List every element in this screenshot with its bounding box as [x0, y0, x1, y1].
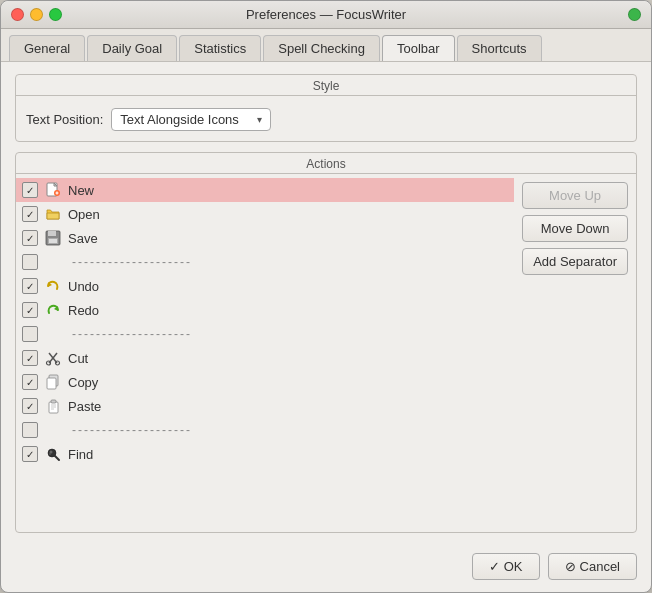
actions-buttons: Move Up Move Down Add Separator	[514, 174, 636, 532]
action-checkbox-copy[interactable]	[22, 374, 38, 390]
ok-icon: ✓	[489, 559, 500, 574]
add-separator-button[interactable]: Add Separator	[522, 248, 628, 275]
find-icon	[44, 445, 62, 463]
list-item[interactable]: Open	[16, 202, 514, 226]
content-area: Style Text Position: Text Alongside Icon…	[1, 62, 651, 545]
action-checkbox-cut[interactable]	[22, 350, 38, 366]
svg-rect-17	[47, 378, 56, 389]
action-name-open: Open	[68, 207, 100, 222]
action-name-redo: Redo	[68, 303, 99, 318]
actions-section-label: Actions	[16, 153, 636, 174]
list-item[interactable]: Save	[16, 226, 514, 250]
tabs-bar: General Daily Goal Statistics Spell Chec…	[1, 29, 651, 62]
list-item[interactable]: Copy	[16, 370, 514, 394]
svg-rect-18	[49, 402, 58, 413]
text-position-label: Text Position:	[26, 112, 103, 127]
tab-toolbar[interactable]: Toolbar	[382, 35, 455, 61]
style-row: Text Position: Text Alongside Icons ▾	[16, 102, 636, 141]
list-item[interactable]: Cut	[16, 346, 514, 370]
svg-rect-7	[48, 231, 56, 236]
action-checkbox-redo[interactable]	[22, 302, 38, 318]
tab-general[interactable]: General	[9, 35, 85, 61]
separator-icon	[44, 253, 62, 271]
list-item[interactable]: Redo	[16, 298, 514, 322]
list-item[interactable]: New	[16, 178, 514, 202]
close-button[interactable]	[11, 8, 24, 21]
actions-list[interactable]: New Open	[16, 174, 514, 532]
undo-icon	[44, 277, 62, 295]
action-name-paste: Paste	[68, 399, 101, 414]
actions-body: New Open	[16, 174, 636, 532]
cancel-button[interactable]: ⊘ Cancel	[548, 553, 637, 580]
text-position-dropdown[interactable]: Text Alongside Icons ▾	[111, 108, 271, 131]
action-checkbox-new[interactable]	[22, 182, 38, 198]
action-checkbox-sep3[interactable]	[22, 422, 38, 438]
action-checkbox-sep2[interactable]	[22, 326, 38, 342]
action-name-sep3: --------------------	[68, 423, 192, 437]
action-name-copy: Copy	[68, 375, 98, 390]
ok-label: OK	[504, 559, 523, 574]
list-item[interactable]: Find	[16, 442, 514, 466]
action-name-find: Find	[68, 447, 93, 462]
action-checkbox-undo[interactable]	[22, 278, 38, 294]
status-dot	[628, 8, 641, 21]
svg-point-15	[56, 361, 60, 365]
tab-shortcuts[interactable]: Shortcuts	[457, 35, 542, 61]
action-checkbox-save[interactable]	[22, 230, 38, 246]
action-name-cut: Cut	[68, 351, 88, 366]
save-icon	[44, 229, 62, 247]
action-name-undo: Undo	[68, 279, 99, 294]
list-item[interactable]: --------------------	[16, 418, 514, 442]
style-section-label: Style	[16, 75, 636, 96]
new-icon	[44, 181, 62, 199]
svg-rect-19	[51, 400, 56, 403]
list-item[interactable]: --------------------	[16, 250, 514, 274]
traffic-lights	[11, 8, 62, 21]
tab-statistics[interactable]: Statistics	[179, 35, 261, 61]
cancel-icon: ⊘	[565, 559, 576, 574]
dropdown-value: Text Alongside Icons	[120, 112, 251, 127]
tab-daily-goal[interactable]: Daily Goal	[87, 35, 177, 61]
chevron-down-icon: ▾	[257, 114, 262, 125]
actions-section: Actions	[15, 152, 637, 533]
move-up-button[interactable]: Move Up	[522, 182, 628, 209]
svg-rect-9	[49, 239, 57, 243]
style-section: Style Text Position: Text Alongside Icon…	[15, 74, 637, 142]
redo-icon	[44, 301, 62, 319]
list-item[interactable]: Paste	[16, 394, 514, 418]
preferences-window: Preferences — FocusWriter General Daily …	[0, 0, 652, 593]
minimize-button[interactable]	[30, 8, 43, 21]
action-name-sep1: --------------------	[68, 255, 192, 269]
window-title: Preferences — FocusWriter	[246, 7, 406, 22]
open-icon	[44, 205, 62, 223]
ok-button[interactable]: ✓ OK	[472, 553, 540, 580]
action-checkbox-sep1[interactable]	[22, 254, 38, 270]
paste-icon	[44, 397, 62, 415]
footer: ✓ OK ⊘ Cancel	[1, 545, 651, 592]
titlebar: Preferences — FocusWriter	[1, 1, 651, 29]
svg-point-14	[47, 361, 51, 365]
separator3-icon	[44, 421, 62, 439]
action-checkbox-paste[interactable]	[22, 398, 38, 414]
action-name-save: Save	[68, 231, 98, 246]
maximize-button[interactable]	[49, 8, 62, 21]
cut-icon	[44, 349, 62, 367]
action-name-new: New	[68, 183, 94, 198]
action-checkbox-open[interactable]	[22, 206, 38, 222]
action-name-sep2: --------------------	[68, 327, 192, 341]
tab-spell-checking[interactable]: Spell Checking	[263, 35, 380, 61]
copy-icon	[44, 373, 62, 391]
svg-line-26	[55, 456, 59, 460]
list-item[interactable]: Undo	[16, 274, 514, 298]
separator2-icon	[44, 325, 62, 343]
action-checkbox-find[interactable]	[22, 446, 38, 462]
cancel-label: Cancel	[580, 559, 620, 574]
svg-point-25	[49, 453, 51, 455]
list-item[interactable]: --------------------	[16, 322, 514, 346]
move-down-button[interactable]: Move Down	[522, 215, 628, 242]
